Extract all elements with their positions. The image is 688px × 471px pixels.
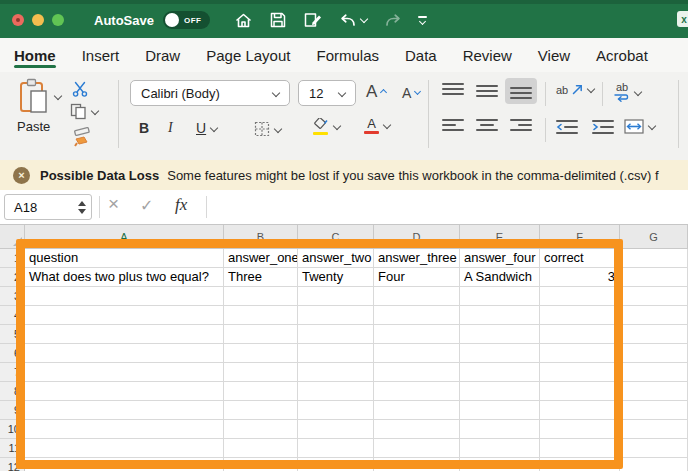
row-header-5[interactable]: 5 xyxy=(0,325,25,344)
cell-f2[interactable]: 3 xyxy=(540,268,620,287)
row-header-9[interactable]: 9 xyxy=(0,401,25,420)
row-header-1[interactable]: 1 xyxy=(0,249,25,268)
row-header-10[interactable]: 10 xyxy=(0,420,25,439)
underline-dropdown-icon[interactable] xyxy=(210,124,219,133)
orientation-button[interactable]: ab xyxy=(556,84,596,95)
tab-home[interactable]: Home xyxy=(14,38,56,72)
row-header-4[interactable]: 4 xyxy=(0,306,25,325)
align-bottom-button[interactable] xyxy=(505,78,537,104)
borders-button[interactable] xyxy=(254,121,283,137)
fill-color-button[interactable] xyxy=(312,118,342,135)
autosave-toggle[interactable]: OFF xyxy=(163,11,210,29)
shrink-font-button[interactable]: A xyxy=(402,85,422,101)
increase-indent-button[interactable] xyxy=(592,119,614,135)
format-painter-icon[interactable] xyxy=(72,127,92,147)
align-middle-button[interactable] xyxy=(476,83,498,99)
column-header-d[interactable]: D xyxy=(374,225,460,249)
zoom-window-button[interactable] xyxy=(52,14,64,26)
column-header-a[interactable]: A xyxy=(25,225,224,249)
cut-icon[interactable] xyxy=(72,81,88,98)
name-box-stepper[interactable] xyxy=(78,201,86,214)
insert-function-icon[interactable]: fx xyxy=(175,195,187,215)
cell-c2[interactable]: Twenty xyxy=(298,268,374,287)
tab-view[interactable]: View xyxy=(538,38,570,72)
tab-draw[interactable]: Draw xyxy=(145,38,180,72)
cell-a2[interactable]: What does two plus two equal? xyxy=(25,268,224,287)
cell-b1[interactable]: answer_one xyxy=(224,249,298,268)
cell-a1[interactable]: question xyxy=(25,249,224,268)
row-header-6[interactable]: 6 xyxy=(0,344,25,363)
save-icon[interactable] xyxy=(269,11,287,29)
row-header-7[interactable]: 7 xyxy=(0,363,25,382)
wrap-text-button[interactable]: ab xyxy=(614,82,643,102)
wrap-text-dropdown-icon[interactable] xyxy=(634,88,643,97)
italic-button[interactable]: I xyxy=(168,120,173,136)
undo-icon[interactable] xyxy=(339,12,368,28)
align-left-button[interactable] xyxy=(442,119,464,135)
toolbar-options-icon[interactable] xyxy=(418,16,427,24)
undo-dropdown-icon[interactable] xyxy=(360,16,368,24)
column-header-e[interactable]: E xyxy=(460,225,540,249)
stepper-up-icon[interactable] xyxy=(78,201,86,206)
stepper-down-icon[interactable] xyxy=(78,209,86,214)
cell-g1[interactable] xyxy=(620,249,688,268)
font-color-swatch xyxy=(364,131,379,134)
merge-dropdown-icon[interactable] xyxy=(648,122,657,131)
paste-dropdown-icon[interactable] xyxy=(54,92,63,101)
cell-g2[interactable] xyxy=(620,268,688,287)
row-header-12[interactable]: 12 xyxy=(0,458,25,471)
cell-c1[interactable]: answer_two xyxy=(298,249,374,268)
tab-acrobat[interactable]: Acrobat xyxy=(596,38,648,72)
row-header-3[interactable]: 3 xyxy=(0,287,25,306)
bold-button[interactable]: B xyxy=(139,120,149,136)
tab-insert[interactable]: Insert xyxy=(82,38,120,72)
fill-color-swatch xyxy=(313,132,328,135)
column-header-b[interactable]: B xyxy=(224,225,298,249)
copy-dropdown-icon[interactable] xyxy=(91,107,100,116)
font-size-select[interactable]: 12 xyxy=(298,80,356,106)
cell-d1[interactable]: answer_three xyxy=(374,249,460,268)
enter-icon[interactable]: ✓ xyxy=(140,196,153,215)
close-window-button[interactable] xyxy=(12,14,24,26)
align-top-button[interactable] xyxy=(442,83,464,99)
orientation-dropdown-icon[interactable] xyxy=(587,85,596,94)
cell-b2[interactable]: Three xyxy=(224,268,298,287)
tab-review[interactable]: Review xyxy=(463,38,512,72)
underline-button[interactable]: U xyxy=(196,120,219,136)
cell-d2[interactable]: Four xyxy=(374,268,460,287)
copy-icon[interactable] xyxy=(70,103,100,120)
cell-f1[interactable]: correct xyxy=(540,249,620,268)
cell-e2[interactable]: A Sandwich xyxy=(460,268,540,287)
row-header-2[interactable]: 2 xyxy=(0,268,25,287)
merge-center-button[interactable] xyxy=(624,119,657,134)
tab-data[interactable]: Data xyxy=(405,38,437,72)
formula-input[interactable] xyxy=(212,194,684,220)
select-all-corner[interactable] xyxy=(0,225,25,249)
fill-color-dropdown-icon[interactable] xyxy=(333,122,342,131)
borders-dropdown-icon[interactable] xyxy=(274,125,283,134)
tab-page-layout[interactable]: Page Layout xyxy=(206,38,290,72)
row-header-11[interactable]: 11 xyxy=(0,439,25,458)
font-name-select[interactable]: Calibri (Body) xyxy=(130,80,290,106)
decrease-indent-button[interactable] xyxy=(556,119,578,135)
home-icon[interactable] xyxy=(234,11,253,30)
cancel-icon[interactable]: × xyxy=(108,193,119,215)
font-color-button[interactable]: A xyxy=(364,117,392,134)
column-header-f[interactable]: F xyxy=(540,225,620,249)
font-color-dropdown-icon[interactable] xyxy=(383,121,392,130)
empty-cells-area[interactable] xyxy=(25,287,688,471)
align-right-button[interactable] xyxy=(510,119,532,135)
grow-font-button[interactable]: A xyxy=(366,82,388,102)
name-box[interactable]: A18 xyxy=(4,194,92,220)
cell-e1[interactable]: answer_four xyxy=(460,249,540,268)
tab-formulas[interactable]: Formulas xyxy=(316,38,379,72)
row-header-8[interactable]: 8 xyxy=(0,382,25,401)
traffic-lights xyxy=(12,14,64,26)
paste-button[interactable] xyxy=(18,78,63,115)
redo-icon[interactable] xyxy=(384,12,402,28)
align-center-button[interactable] xyxy=(476,119,498,135)
save-as-icon[interactable] xyxy=(303,11,323,29)
minimize-window-button[interactable] xyxy=(32,14,44,26)
column-header-c[interactable]: C xyxy=(298,225,374,249)
column-header-g[interactable]: G xyxy=(620,225,688,249)
